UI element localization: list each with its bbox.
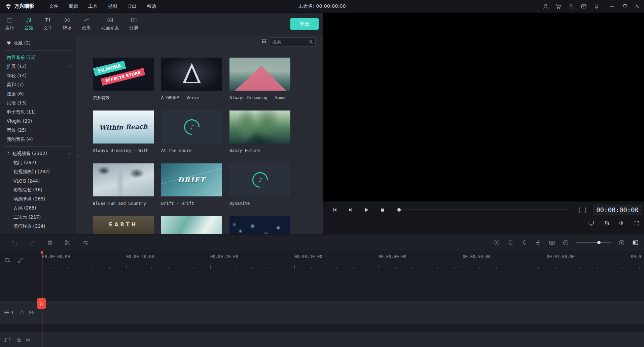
zoom-slider-handle[interactable] [597,241,601,244]
music-tile-partial-2[interactable] [161,216,222,234]
sidebar-item-favorites[interactable]: ♥ 收藏 (2) [0,38,76,48]
sidebar-item-pop-classic[interactable]: 流行经典 (324) [0,222,76,231]
music-tile-a-group-verve[interactable]: A-GROUP - Verve [161,58,222,111]
music-tile-partial-earth[interactable]: EARTH [93,216,154,234]
menu-help[interactable]: 帮助 [147,3,156,9]
menu-file[interactable]: 文件 [49,3,59,9]
video-preview[interactable] [323,13,644,201]
microphone-icon[interactable] [593,3,600,10]
save-icon[interactable] [567,3,575,10]
store-cart-icon[interactable] [554,3,562,10]
tab-transitions[interactable]: 转场 [58,17,77,31]
music-tile-at-the-shore[interactable]: ♪ At the shore [161,111,222,163]
sidebar-item-soft[interactable]: 柔和 (7) [0,80,76,89]
sidebar-item-ancient-style[interactable]: 古风 (268) [0,203,76,213]
music-tile-more-effects[interactable]: FILMORA EFFECTS STORE 更多特效 [93,58,154,111]
tab-media[interactable]: 素材 [0,17,19,31]
maximize-button[interactable] [621,3,628,10]
sidebar-item-my-music[interactable]: 我的音乐 (4) [0,135,76,144]
mark-in-icon[interactable]: { [578,207,581,213]
tab-split-screen[interactable]: 分屏 [124,17,143,31]
adjust-icon[interactable] [82,239,89,246]
lock-icon[interactable] [19,310,24,315]
music-tile-drift[interactable]: DRIFT Drift - Drift [161,163,222,216]
panel-layout-icon[interactable] [632,239,639,246]
music-tile-always-dreaming-with[interactable]: Within Reach Always Dreaming - With [93,111,154,163]
music-tile-always-dreaming-same[interactable]: Always Dreaming - Same [229,58,290,111]
voiceover-mic-icon[interactable] [521,239,528,246]
play-button[interactable] [363,207,370,213]
tab-text[interactable]: TI 文字 [38,17,58,31]
lock-icon[interactable] [16,337,22,342]
music-tile-partial-3[interactable] [229,216,290,234]
tile-label: Always Dreaming - With [93,148,154,153]
delete-icon[interactable] [46,239,53,246]
audio-mixer-icon[interactable] [535,239,541,246]
sidebar-item-rock[interactable]: 摇滚 (6) [0,89,76,98]
add-to-timeline-icon[interactable] [4,257,11,264]
export-button[interactable]: 导出 [290,18,319,30]
search-icon[interactable] [309,39,314,44]
display-settings-icon[interactable] [588,220,595,226]
previous-frame-button[interactable] [331,207,338,213]
snapshot-camera-icon[interactable] [603,220,610,226]
close-button[interactable] [633,3,641,10]
account-icon[interactable] [542,3,549,10]
search-input[interactable] [270,39,309,44]
speaker-icon[interactable] [26,337,31,343]
tab-audio[interactable]: 音频 [19,17,38,31]
link-icon[interactable] [17,257,23,263]
sidebar-collapse-icon[interactable] [76,149,81,164]
fullscreen-icon[interactable] [633,220,640,226]
menu-tools[interactable]: 工具 [88,3,98,9]
zoom-in-icon[interactable] [618,239,625,246]
sidebar-item-beat-sync[interactable]: 动感卡点 (265) [0,194,76,203]
music-tile-blues-fun-and-country[interactable]: Blues Fun and Country [93,163,154,216]
sidebar-item-sound-effects[interactable]: 音效 (25) [0,126,76,135]
minimize-button[interactable] [608,3,616,10]
split-scissors-icon[interactable] [64,239,71,246]
sidebar-item-electronic[interactable]: 电子音乐 (11) [0,107,76,117]
sidebar-item-folk[interactable]: 民谣 (13) [0,98,76,107]
menu-edit[interactable]: 编辑 [69,3,78,9]
seek-handle[interactable] [397,208,401,212]
sidebar-item-short-video-music[interactable]: ♪ 短视频音 (2302) [0,149,76,158]
sidebar-item-hot[interactable]: 热门 (297) [0,158,76,167]
video-track[interactable]: 1 [0,301,644,324]
music-tile-bassy-future[interactable]: Bassy Future [229,111,290,163]
redo-icon[interactable] [29,239,35,246]
sidebar-item-young[interactable]: 年轻 (14) [0,71,76,80]
timeline-ruler[interactable]: 00:00:00:00 00:00:10:00 00:00:20:00 00:0… [34,251,644,270]
volume-icon[interactable] [618,220,625,226]
mark-out-icon[interactable]: } [584,207,587,213]
tab-elements[interactable]: 动画元素 [96,17,124,31]
sidebar-item-film-variety[interactable]: 影视综艺 (16) [0,185,76,194]
sidebar-item-anime[interactable]: 二次元 (217) [0,213,76,222]
mail-icon[interactable] [580,3,587,10]
sidebar-item-vlog-style[interactable]: Vlog风 (20) [0,117,76,126]
sidebar-item-vlog[interactable]: VLOG (244) [0,176,76,185]
music-note-icon: ♪ [161,111,222,144]
stop-button[interactable] [379,207,386,213]
sidebar-item-extended[interactable]: 扩展 (12) [0,62,76,71]
fit-timeline-icon[interactable] [548,239,555,246]
library-body: ♥ 收藏 (2) 内置音乐 (73) 扩展 (12) 年轻 (14) 柔和 (7… [0,35,323,234]
menu-view[interactable]: 视图 [108,3,117,9]
zoom-out-icon[interactable] [562,239,569,246]
timeline-zoom-slider[interactable] [576,242,611,243]
sidebar-item-built-in-music[interactable]: 内置音乐 (73) [0,53,76,62]
grid-view-icon[interactable] [261,38,267,44]
tab-effects[interactable]: 效果 [77,17,96,31]
render-preview-icon[interactable] [493,239,500,246]
playhead-cut-handle[interactable] [37,298,46,309]
undo-icon[interactable] [11,239,17,246]
eye-icon[interactable] [28,310,34,315]
menu-export[interactable]: 导出 [127,3,137,9]
next-frame-button[interactable] [347,207,354,213]
sidebar-item-short-video-hot[interactable]: 短视频热门 (282) [0,167,76,176]
music-note-icon [26,17,32,23]
music-tile-dynamite[interactable]: ♪ Dynamite [229,163,290,216]
marker-icon[interactable] [507,239,514,246]
audio-track[interactable]: ♪ 1 [0,332,644,347]
seek-slider[interactable] [397,210,568,210]
